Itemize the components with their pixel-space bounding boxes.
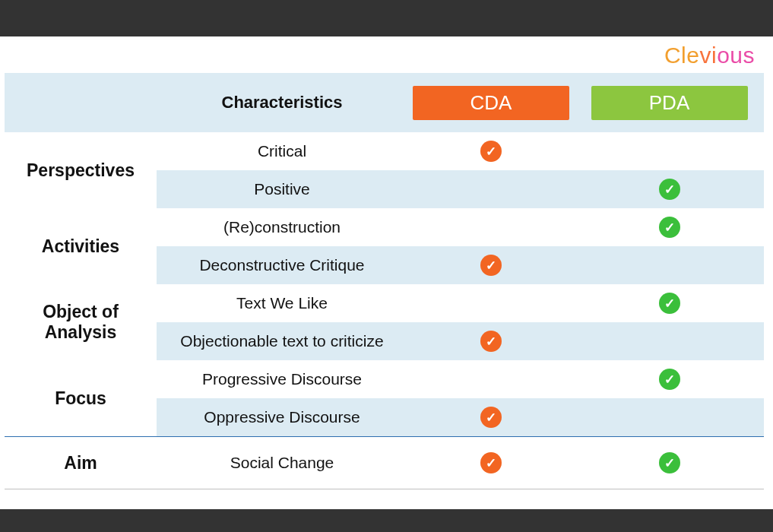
header-characteristics-label: Characteristics xyxy=(222,93,343,112)
cda-cell: ✓ xyxy=(407,398,575,437)
table-row: Activities(Re)construction✓ xyxy=(5,208,764,246)
category-label: Activities xyxy=(42,236,119,256)
header-blank xyxy=(5,73,157,132)
characteristic-label: Progressive Discourse xyxy=(202,370,362,388)
characteristic-cell: Critical xyxy=(157,132,407,170)
table-row: PerspectivesCritical✓ xyxy=(5,132,764,170)
top-bar xyxy=(0,0,773,36)
characteristic-cell: (Re)construction xyxy=(157,208,407,246)
pda-cell: ✓ xyxy=(575,437,764,489)
checkmark-icon: ✓ xyxy=(659,293,680,314)
cda-cell xyxy=(407,284,575,322)
checkmark-icon: ✓ xyxy=(480,407,502,428)
pda-cell xyxy=(575,322,764,360)
characteristic-cell: Oppressive Discourse xyxy=(157,398,407,437)
category-label: Aim xyxy=(64,453,97,473)
category-cell: Object of Analysis xyxy=(5,284,157,360)
table-row: Object of AnalysisText We Like✓ xyxy=(5,284,764,322)
pda-cell xyxy=(575,246,764,284)
pda-cell: ✓ xyxy=(575,208,764,246)
characteristic-cell: Progressive Discourse xyxy=(157,360,407,398)
checkmark-icon: ✓ xyxy=(659,452,680,473)
category-cell: Activities xyxy=(5,208,157,284)
characteristic-label: Social Change xyxy=(230,454,334,471)
pda-cell xyxy=(575,398,764,437)
header-characteristics: Characteristics xyxy=(157,73,407,132)
cda-cell: ✓ xyxy=(407,437,575,489)
checkmark-icon: ✓ xyxy=(659,179,680,200)
pda-cell: ✓ xyxy=(575,360,764,398)
checkmark-icon: ✓ xyxy=(480,141,502,162)
category-cell: Aim xyxy=(5,437,157,489)
characteristic-label: Critical xyxy=(258,142,306,160)
pda-cell xyxy=(575,132,764,170)
header-pda-pill: PDA xyxy=(591,86,748,120)
characteristic-cell: Objectionable text to criticize xyxy=(157,322,407,360)
pda-cell: ✓ xyxy=(575,170,764,208)
category-label: Focus xyxy=(55,388,106,408)
characteristic-cell: Deconstructive Critique xyxy=(157,246,407,284)
comparison-table: Characteristics CDA PDA PerspectivesCrit… xyxy=(5,73,764,489)
checkmark-icon: ✓ xyxy=(480,255,502,276)
cda-cell xyxy=(407,170,575,208)
cda-cell xyxy=(407,208,575,246)
cda-cell: ✓ xyxy=(407,132,575,170)
cda-cell: ✓ xyxy=(407,322,575,360)
header-row: Characteristics CDA PDA xyxy=(5,73,764,132)
characteristic-cell: Text We Like xyxy=(157,284,407,322)
category-label: Perspectives xyxy=(27,160,135,180)
header-cda-pill: CDA xyxy=(413,86,569,120)
characteristic-label: Positive xyxy=(254,180,310,198)
checkmark-icon: ✓ xyxy=(480,331,502,352)
characteristic-cell: Social Change xyxy=(157,437,407,489)
stage: Clevious Characteristics CDA PDA xyxy=(0,0,773,532)
table-row: FocusProgressive Discourse✓ xyxy=(5,360,764,398)
characteristic-label: (Re)construction xyxy=(223,218,341,236)
characteristic-label: Deconstructive Critique xyxy=(199,256,364,274)
checkmark-icon: ✓ xyxy=(659,369,680,390)
header-pda: PDA xyxy=(575,73,764,132)
cda-cell: ✓ xyxy=(407,246,575,284)
header-cda: CDA xyxy=(407,73,575,132)
table-body: PerspectivesCritical✓Positive✓Activities… xyxy=(5,132,764,489)
divider xyxy=(5,489,764,490)
category-cell: Perspectives xyxy=(5,132,157,208)
table-row: AimSocial Change✓✓ xyxy=(5,437,764,489)
characteristic-cell: Positive xyxy=(157,170,407,208)
checkmark-icon: ✓ xyxy=(480,452,502,473)
pda-cell: ✓ xyxy=(575,284,764,322)
bottom-bar xyxy=(0,509,773,532)
characteristic-label: Objectionable text to criticize xyxy=(180,332,383,350)
characteristic-label: Text We Like xyxy=(236,294,328,312)
category-cell: Focus xyxy=(5,360,157,437)
category-label: Object of Analysis xyxy=(43,302,119,342)
characteristic-label: Oppressive Discourse xyxy=(204,408,360,426)
cda-cell xyxy=(407,360,575,398)
checkmark-icon: ✓ xyxy=(659,217,680,238)
brand-logo: Clevious xyxy=(664,43,755,68)
comparison-table-wrap: Characteristics CDA PDA PerspectivesCrit… xyxy=(5,73,764,489)
